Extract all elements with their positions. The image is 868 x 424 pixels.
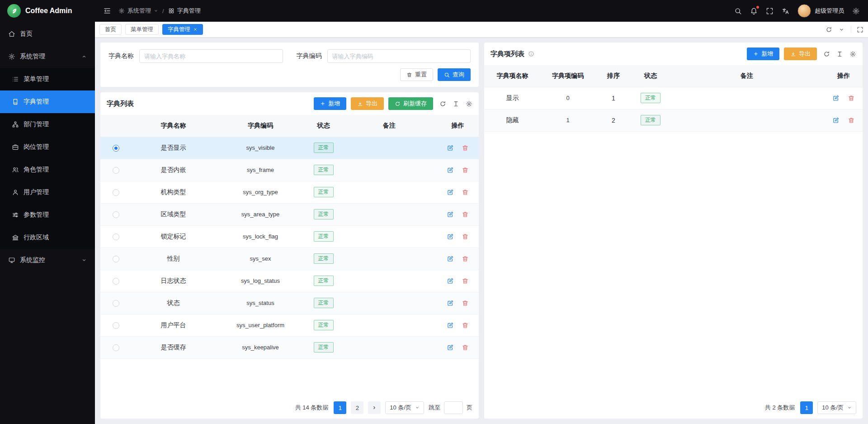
table-row[interactable]: 是否内嵌 sys_frame 正常 — [100, 159, 479, 181]
edit-icon[interactable] — [447, 144, 454, 152]
sidebar-group-system[interactable]: 系统管理 — [0, 45, 95, 68]
refresh-table-icon[interactable] — [823, 51, 830, 57]
delete-icon[interactable] — [462, 144, 469, 152]
row-radio[interactable] — [113, 256, 119, 262]
table-row[interactable]: 是否缓存 sys_keepalive 正常 — [100, 336, 479, 358]
page-size-select[interactable]: 10 条/页 — [817, 401, 856, 414]
column-settings-icon[interactable] — [466, 100, 472, 107]
page-1-button[interactable]: 1 — [800, 401, 813, 414]
sidebar-item-post-mgmt[interactable]: 岗位管理 — [0, 136, 95, 158]
edit-icon[interactable] — [447, 277, 454, 285]
reset-button[interactable]: 重置 — [400, 68, 433, 81]
bell-icon[interactable] — [750, 7, 758, 15]
sidebar-item-menu-mgmt[interactable]: 菜单管理 — [0, 68, 95, 91]
table-row[interactable]: 区域类型 sys_area_type 正常 — [100, 203, 479, 225]
content-fullscreen-icon[interactable] — [851, 26, 863, 33]
tab-options-icon[interactable] — [839, 27, 844, 33]
row-radio[interactable] — [113, 344, 119, 351]
page-2-button[interactable]: 2 — [351, 401, 363, 414]
row-radio[interactable] — [113, 145, 119, 152]
row-radio[interactable] — [113, 167, 119, 174]
sidebar-item-dict-mgmt[interactable]: 字典管理 — [0, 91, 95, 113]
sidebar-item-user-mgmt[interactable]: 用户管理 — [0, 181, 95, 204]
refresh-page-icon[interactable] — [826, 26, 832, 33]
table-row[interactable]: 性别 sys_sex 正常 — [100, 248, 479, 270]
delete-icon[interactable] — [462, 233, 469, 240]
tab-menu-mgmt[interactable]: 菜单管理 — [125, 24, 159, 35]
jump-page-input[interactable] — [444, 401, 463, 414]
delete-icon[interactable] — [462, 211, 469, 218]
edit-icon[interactable] — [447, 189, 454, 196]
query-button[interactable]: 查询 — [438, 68, 471, 81]
delete-icon[interactable] — [462, 344, 469, 351]
density-icon[interactable] — [453, 100, 459, 107]
add-dict-item-button[interactable]: 新增 — [747, 48, 779, 60]
dict-code-input[interactable] — [327, 49, 471, 63]
table-row[interactable]: 是否显示 sys_visible 正常 — [100, 137, 479, 159]
app-logo[interactable]: Coffee Admin — [0, 0, 95, 22]
sidebar-item-home[interactable]: 首页 — [0, 23, 95, 45]
row-radio[interactable] — [113, 233, 119, 240]
breadcrumb-dict[interactable]: 字典管理 — [168, 7, 201, 15]
table-row[interactable]: 锁定标记 sys_lock_flag 正常 — [100, 225, 479, 248]
edit-icon[interactable] — [832, 95, 840, 102]
edit-icon[interactable] — [447, 344, 454, 351]
export-dict-item-button[interactable]: 导出 — [784, 48, 817, 60]
dict-name-input[interactable] — [139, 49, 283, 63]
page-size-select[interactable]: 10 条/页 — [385, 401, 424, 414]
info-icon[interactable] — [528, 51, 534, 57]
user-menu[interactable]: 超级管理员 — [797, 4, 844, 18]
row-radio[interactable] — [113, 278, 119, 285]
column-header: 备注 — [669, 65, 825, 87]
table-row[interactable]: 日志状态 sys_log_status 正常 — [100, 270, 479, 292]
table-row[interactable]: 状态 sys_status 正常 — [100, 292, 479, 314]
delete-icon[interactable] — [462, 189, 469, 196]
tab-dict-mgmt[interactable]: 字典管理 — [162, 24, 203, 35]
edit-icon[interactable] — [447, 211, 454, 218]
delete-icon[interactable] — [848, 117, 855, 124]
breadcrumb-system[interactable]: 系统管理 — [118, 7, 158, 15]
delete-icon[interactable] — [462, 255, 469, 262]
row-radio[interactable] — [113, 211, 119, 218]
table-row[interactable]: 用户平台 sys_user_platform 正常 — [100, 314, 479, 336]
edit-icon[interactable] — [447, 233, 454, 240]
sidebar-item-dept-mgmt[interactable]: 部门管理 — [0, 113, 95, 136]
menu-collapse-icon[interactable] — [103, 7, 111, 15]
delete-icon[interactable] — [462, 167, 469, 174]
fullscreen-icon[interactable] — [766, 7, 774, 15]
close-icon[interactable] — [193, 27, 198, 32]
edit-icon[interactable] — [832, 117, 840, 124]
page-1-button[interactable]: 1 — [334, 401, 346, 414]
sidebar-group-monitor[interactable]: 系统监控 — [0, 249, 95, 272]
sidebar-item-region-mgmt[interactable]: 行政区域 — [0, 226, 95, 249]
edit-icon[interactable] — [447, 167, 454, 174]
delete-icon[interactable] — [462, 300, 469, 307]
edit-icon[interactable] — [447, 255, 454, 262]
row-radio[interactable] — [113, 189, 119, 196]
refresh-cache-button[interactable]: 刷新缓存 — [388, 97, 433, 110]
dict-name: 是否缓存 — [131, 336, 216, 358]
delete-icon[interactable] — [848, 95, 855, 102]
table-row[interactable]: 机构类型 sys_org_type 正常 — [100, 181, 479, 203]
dict-code-label: 字典编码 — [297, 52, 322, 60]
sidebar-item-role-mgmt[interactable]: 角色管理 — [0, 158, 95, 181]
table-row[interactable]: 显示 0 1 正常 — [484, 87, 863, 109]
search-icon[interactable] — [734, 7, 742, 15]
edit-icon[interactable] — [447, 322, 454, 329]
delete-icon[interactable] — [462, 277, 469, 285]
translate-icon[interactable] — [782, 7, 789, 15]
refresh-table-icon[interactable] — [439, 100, 446, 107]
column-settings-icon[interactable] — [849, 51, 856, 57]
settings-icon[interactable] — [852, 7, 860, 15]
add-dict-button[interactable]: 新增 — [314, 97, 346, 110]
table-row[interactable]: 隐藏 1 2 正常 — [484, 109, 863, 131]
row-radio[interactable] — [113, 322, 119, 329]
density-icon[interactable] — [836, 51, 843, 57]
export-dict-button[interactable]: 导出 — [351, 97, 384, 110]
next-page-button[interactable] — [368, 401, 381, 414]
row-radio[interactable] — [113, 300, 119, 307]
tab-home[interactable]: 首页 — [99, 24, 122, 35]
sidebar-item-param-mgmt[interactable]: 参数管理 — [0, 204, 95, 226]
edit-icon[interactable] — [447, 300, 454, 307]
delete-icon[interactable] — [462, 322, 469, 329]
